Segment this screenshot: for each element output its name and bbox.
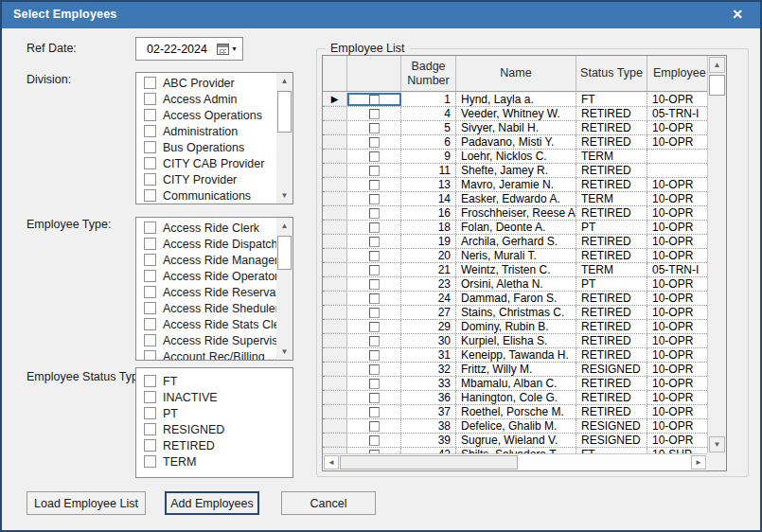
checkbox-icon[interactable] [144,302,156,314]
employee-type-cell[interactable]: 10-OPR [647,348,707,362]
table-row[interactable]: 9Loehr, Nicklos C.TERM [323,150,707,164]
row-selector-cell[interactable] [323,178,347,191]
division-option[interactable]: Access Operations [136,107,276,123]
row-selector-cell[interactable] [323,306,347,319]
checkbox-icon[interactable] [144,286,156,298]
checkbox-icon[interactable] [144,238,156,250]
table-row[interactable]: 5Sivyer, Nabil H.RETIRED10-OPR [323,121,707,135]
checkbox-icon[interactable] [144,222,156,234]
grid-horizontal-scrollbar[interactable]: ◄ ► [323,453,707,470]
status-type-cell[interactable]: RETIRED [576,306,647,319]
table-row[interactable]: 29Dominy, Rubin B.RETIRED10-OPR [323,320,707,334]
column-header-checkbox[interactable] [347,56,401,91]
badge-number-cell[interactable]: 13 [401,178,456,191]
checkbox-icon[interactable] [144,375,156,387]
badge-number-cell[interactable]: 38 [401,419,456,433]
employee-type-cell[interactable]: 05-TRN-I [647,107,707,120]
row-checkbox-cell[interactable] [347,192,401,205]
table-row[interactable]: 18Folan, Deonte A.PT10-OPR [323,221,707,235]
division-option[interactable]: Bus Operations [136,139,276,155]
row-checkbox-cell[interactable] [347,348,401,362]
checkbox-icon[interactable] [369,180,380,190]
row-selector-cell[interactable] [323,263,347,276]
scrollbar-thumb[interactable] [277,91,292,133]
table-row[interactable]: 27Stains, Christmas C.RETIRED10-OPR [323,306,707,320]
row-selector-cell[interactable] [323,292,347,305]
row-selector-cell[interactable] [323,363,347,376]
checkbox-icon[interactable] [144,77,156,89]
badge-number-cell[interactable]: 14 [401,192,456,205]
row-checkbox-cell[interactable] [347,263,401,276]
column-header-row-selector[interactable] [323,56,347,91]
badge-number-cell[interactable]: 39 [401,434,456,447]
table-row[interactable]: 21Weintz, Tristen C.TERM05-TRN-I [323,263,707,277]
name-cell[interactable]: Frittz, Willy M. [456,363,576,376]
badge-number-cell[interactable]: 37 [401,405,456,418]
name-cell[interactable]: Mbamalu, Alban C. [456,377,576,390]
table-row[interactable]: 38Defelice, Ghalib M.RESIGNED10-OPR [323,419,707,434]
table-row[interactable]: 31Keneipp, Tawanda H.RETIRED10-OPR [323,348,707,363]
employee-status-option[interactable]: PT [136,405,292,421]
row-selector-cell[interactable] [323,348,347,362]
scroll-right-icon[interactable]: ► [691,455,706,470]
row-selector-cell[interactable] [323,391,347,404]
row-selector-cell[interactable] [323,150,347,163]
table-row[interactable]: 11Shefte, Jamey R.RETIRED [323,164,707,178]
row-checkbox-cell[interactable] [347,405,401,418]
cancel-button[interactable]: Cancel [281,491,376,515]
status-type-cell[interactable]: RETIRED [576,405,647,418]
division-option[interactable]: CITY CAB Provider [136,155,276,171]
employee-type-cell[interactable]: 10-OPR [647,93,707,106]
status-type-cell[interactable]: RETIRED [576,107,647,120]
badge-number-cell[interactable]: 18 [401,221,456,234]
name-cell[interactable]: Mavro, Jeramie N. [456,178,576,191]
row-selector-cell[interactable] [323,121,347,134]
scroll-down-icon[interactable]: ▼ [276,344,292,360]
load-employee-list-button[interactable]: Load Employee List [27,491,146,515]
status-type-cell[interactable]: RETIRED [576,164,647,177]
employee-type-cell[interactable] [647,164,707,177]
row-checkbox-cell[interactable] [347,235,401,248]
scroll-down-icon[interactable]: ▼ [709,436,725,452]
name-cell[interactable]: Sivyer, Nabil H. [456,121,576,134]
checkbox-icon[interactable] [144,391,156,403]
name-cell[interactable]: Dammad, Faron S. [456,292,576,305]
row-selector-cell[interactable] [323,206,347,220]
checkbox-icon[interactable] [369,166,380,176]
scroll-up-icon[interactable]: ▲ [709,57,725,73]
badge-number-cell[interactable]: 33 [401,377,456,390]
employee-type-option[interactable]: Access Ride Stats Clerk [136,316,276,332]
row-checkbox-cell[interactable] [347,334,401,347]
name-cell[interactable]: Hynd, Layla a. [456,93,576,106]
checkbox-icon[interactable] [369,293,380,304]
division-option[interactable]: ABC Provider [136,75,276,91]
checkbox-icon[interactable] [369,364,380,375]
status-type-cell[interactable]: RESIGNED [576,434,647,447]
table-row[interactable]: ▶1Hynd, Layla a.FT10-OPR [323,93,707,107]
status-type-cell[interactable]: RETIRED [576,178,647,191]
checkbox-icon[interactable] [369,279,380,290]
column-header-employee-type[interactable]: Employee Type [647,56,707,91]
row-checkbox-cell[interactable] [347,292,401,305]
checkbox-icon[interactable] [144,254,156,266]
badge-number-cell[interactable]: 19 [401,235,456,248]
checkbox-icon[interactable] [369,265,380,275]
badge-number-cell[interactable]: 20 [401,249,456,262]
employee-type-option[interactable]: Access Ride Sheduler [136,300,276,316]
row-checkbox-cell[interactable] [347,320,401,333]
employee-type-option[interactable]: Access Ride Dispatcher [136,236,276,252]
employee-type-cell[interactable]: 10-OPR [647,377,707,390]
employee-type-cell[interactable]: 10-OPR [647,405,707,418]
close-icon[interactable]: ✕ [726,7,749,22]
table-row[interactable]: 13Mavro, Jeramie N.RETIRED10-OPR [323,178,707,192]
division-option[interactable]: Communications [136,187,276,204]
row-selector-cell[interactable] [323,164,347,177]
badge-number-cell[interactable]: 23 [401,277,456,291]
employee-type-option[interactable]: Access Ride Supervisor [136,332,276,348]
name-cell[interactable]: Weintz, Tristen C. [456,263,576,276]
checkbox-icon[interactable] [369,109,380,119]
employee-type-cell[interactable]: 10-OPR [647,206,707,220]
employee-type-option[interactable]: Access Ride Reservati... [136,284,276,300]
row-checkbox-cell[interactable] [347,249,401,262]
grid-vertical-scrollbar[interactable]: ▲ ▼ [707,56,726,453]
